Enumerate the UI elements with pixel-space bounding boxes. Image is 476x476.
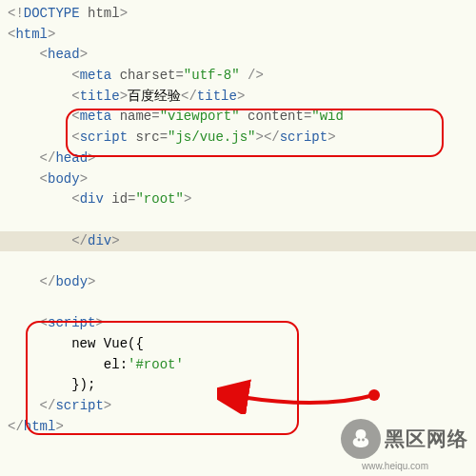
watermark-url: www.heiqu.com xyxy=(362,461,428,471)
code-line: </div> xyxy=(0,231,476,252)
code-line: <body> xyxy=(0,169,476,190)
code-line: }); xyxy=(0,375,476,396)
code-line: </script> xyxy=(0,396,476,417)
code-line: <script src="js/vue.js"></script> xyxy=(0,128,476,149)
code-line: new Vue({ xyxy=(0,334,476,355)
code-line: </head> xyxy=(0,149,476,169)
code-line: <html> xyxy=(0,25,476,46)
code-line: <!DOCTYPE html> xyxy=(0,4,476,25)
code-line xyxy=(0,210,476,231)
watermark-text: 黑区网络 xyxy=(385,426,468,452)
code-block: <!DOCTYPE html><html> <head> <meta chars… xyxy=(0,0,476,441)
code-line xyxy=(0,293,476,314)
svg-point-1 xyxy=(358,439,361,442)
code-line: <title>百度经验</title> xyxy=(0,87,476,108)
code-line: <script> xyxy=(0,313,476,334)
code-line xyxy=(0,251,476,272)
code-line: </body> xyxy=(0,272,476,293)
watermark: 黑区网络 xyxy=(341,419,468,459)
code-line: <div id="root"> xyxy=(0,189,476,210)
svg-point-2 xyxy=(362,439,365,442)
code-line: <meta charset="utf-8" /> xyxy=(0,66,476,87)
code-line: <head> xyxy=(0,45,476,66)
code-line: <meta name="viewport" content="wid xyxy=(0,107,476,128)
watermark-icon xyxy=(341,419,381,459)
code-line: el:'#root' xyxy=(0,355,476,376)
